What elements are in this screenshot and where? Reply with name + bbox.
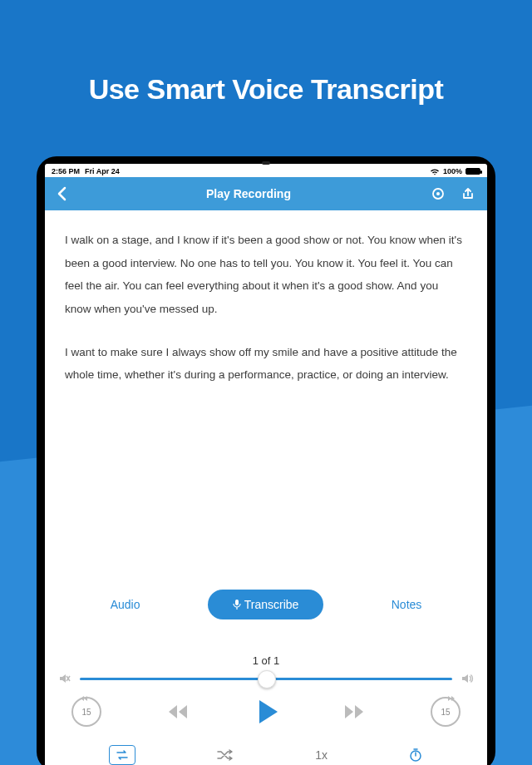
playback-controls: 15 15 <box>45 685 487 733</box>
nav-bar: Play Recording <box>45 177 487 210</box>
status-battery-text: 100% <box>443 167 462 175</box>
volume-mute-icon[interactable] <box>58 672 71 685</box>
volume-icon[interactable] <box>461 672 474 685</box>
svg-point-1 <box>436 192 440 195</box>
nav-title: Play Recording <box>66 187 431 200</box>
skip-forward-button[interactable]: 15 <box>431 697 461 727</box>
wifi-icon <box>430 168 440 175</box>
app-screen: 2:56 PM Fri Apr 24 100% Play Recording <box>45 164 487 765</box>
fast-forward-button[interactable] <box>342 703 367 720</box>
device-camera <box>262 161 270 165</box>
repeat-button[interactable] <box>109 745 135 765</box>
shuffle-button[interactable] <box>216 748 234 762</box>
rewind-button[interactable] <box>165 703 190 720</box>
bottom-toolbar: 1x <box>45 733 487 765</box>
mic-icon <box>233 599 241 610</box>
tab-notes[interactable]: Notes <box>375 591 439 618</box>
transcript-area: I walk on a stage, and I know if it's be… <box>45 210 487 425</box>
status-bar: 2:56 PM Fri Apr 24 100% <box>45 164 487 177</box>
skip-back-button[interactable]: 15 <box>71 697 101 727</box>
svg-rect-2 <box>235 600 239 605</box>
share-icon[interactable] <box>461 186 475 201</box>
skip-forward-seconds: 15 <box>441 708 450 717</box>
play-button[interactable] <box>255 700 278 723</box>
tab-audio[interactable]: Audio <box>94 591 157 618</box>
speed-button[interactable]: 1x <box>315 748 328 762</box>
tab-transcribe[interactable]: Transcribe <box>208 590 324 619</box>
marketing-headline: Use Smart Voice Transcript <box>0 73 532 106</box>
battery-icon <box>466 168 480 175</box>
status-date: Fri Apr 24 <box>85 167 120 175</box>
device-frame: 2:56 PM Fri Apr 24 100% Play Recording <box>37 156 495 765</box>
status-time: 2:56 PM <box>52 167 80 175</box>
tab-transcribe-label: Transcribe <box>244 598 299 611</box>
back-button[interactable] <box>57 186 66 201</box>
mode-tabs: Audio Transcribe Notes <box>45 590 487 619</box>
transcript-paragraph: I want to make sure I always show off my… <box>65 341 467 387</box>
timer-button[interactable] <box>408 748 423 763</box>
page-counter: 1 of 1 <box>45 654 487 667</box>
refresh-icon[interactable] <box>431 186 446 201</box>
transcript-paragraph: I walk on a stage, and I know if it's be… <box>65 229 467 321</box>
skip-back-seconds: 15 <box>81 708 91 717</box>
progress-slider[interactable] <box>80 678 452 680</box>
